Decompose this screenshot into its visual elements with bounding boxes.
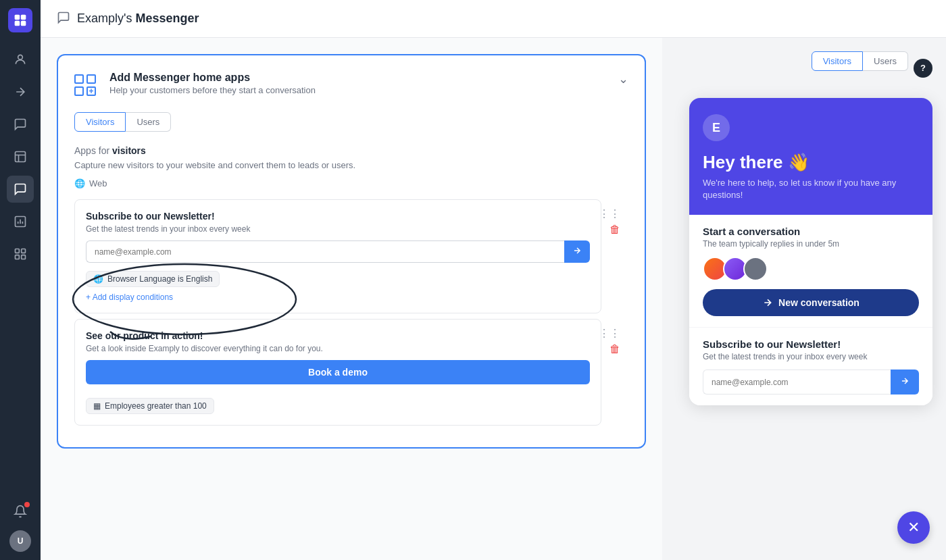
icon-square-3 [74, 86, 84, 96]
book-demo-button[interactable]: Book a demo [86, 360, 590, 384]
newsletter-submit-button[interactable] [564, 240, 590, 263]
left-panel: + Add Messenger home apps Help your cust… [41, 38, 662, 560]
svg-rect-1 [21, 15, 26, 20]
preview-subscribe-desc: Get the latest trends in your inbox ever… [703, 352, 919, 361]
svg-rect-3 [21, 21, 26, 26]
card-header: + Add Messenger home apps Help your cust… [74, 72, 628, 99]
preview-subscribe-input-row [703, 370, 919, 394]
sidebar: U [0, 0, 41, 560]
messenger-apps-card: + Add Messenger home apps Help your cust… [57, 54, 646, 449]
demo-app-wrapper: ⋮⋮ 🗑 See our product in action! Get a lo… [74, 319, 628, 426]
top-bar: Examply's Messenger [41, 0, 946, 38]
demo-app-card: See our product in action! Get a look in… [74, 319, 601, 426]
svg-rect-10 [22, 255, 26, 259]
svg-point-4 [18, 55, 23, 59]
team-avatars [703, 257, 919, 281]
card-titles: Add Messenger home apps Help your custom… [109, 72, 316, 95]
start-conversation-title: Start a conversation [703, 226, 919, 237]
icon-plus: + [86, 86, 96, 96]
card-subtitle: Help your customers before they start a … [109, 85, 316, 95]
sidebar-item-messenger[interactable] [7, 176, 34, 203]
card-title: Add Messenger home apps [109, 72, 316, 84]
start-conversation-subtitle: The team typically replies in under 5m [703, 239, 919, 249]
preview-controls: Visitors Users ? [676, 51, 932, 84]
close-messenger-button[interactable]: ✕ [897, 511, 930, 544]
logo[interactable] [8, 8, 32, 32]
newsletter-email-row [86, 240, 590, 263]
preview-subscribe-card: Subscribe to our Newsletter! Get the lat… [689, 328, 932, 405]
sidebar-item-campaigns[interactable] [7, 78, 34, 105]
preview-subscribe-title: Subscribe to our Newsletter! [703, 338, 919, 350]
add-display-conditions-button[interactable]: + Add display conditions [86, 292, 173, 302]
user-avatar[interactable]: U [9, 530, 31, 552]
start-conversation-card: Start a conversation The team typically … [689, 215, 932, 328]
main-area: Examply's Messenger [41, 0, 946, 560]
tab-visitors[interactable]: Visitors [74, 112, 126, 132]
shown-on: 🌐 Web [74, 178, 628, 188]
sidebar-item-reports[interactable] [7, 208, 34, 235]
messenger-subtext: We're here to help, so let us know if yo… [703, 177, 919, 201]
tab-users[interactable]: Users [126, 112, 171, 132]
preview-subscribe-submit[interactable] [891, 370, 919, 394]
messenger-icon [57, 11, 70, 27]
team-avatar-3 [743, 257, 768, 281]
drag-handle-demo[interactable]: ⋮⋮ [599, 327, 620, 340]
preview-tab-visitors[interactable]: Visitors [812, 51, 863, 71]
apps-for-label: Apps for visitors [74, 145, 628, 156]
globe-icon: 🌐 [74, 178, 85, 188]
icon-square-2 [86, 74, 96, 84]
delete-newsletter-button[interactable]: 🗑 [609, 224, 620, 236]
notification-dot [24, 502, 30, 507]
condition-tag-employees: ▦ Employees greater than 100 [86, 398, 214, 414]
card-header-left: + Add Messenger home apps Help your cust… [74, 72, 316, 99]
newsletter-email-input[interactable] [86, 240, 564, 263]
preview-email-input[interactable] [703, 370, 891, 394]
newsletter-title: Subscribe to our Newsletter! [86, 211, 590, 222]
add-apps-icon: + [74, 72, 101, 99]
condition-area: 🌐 Browser Language is English + Add disp… [86, 271, 590, 302]
visitor-user-tabs: Visitors Users [74, 112, 628, 132]
svg-rect-8 [22, 249, 26, 253]
demo-title: See our product in action! [86, 330, 590, 341]
svg-rect-2 [15, 21, 20, 26]
delete-demo-button[interactable]: 🗑 [609, 343, 620, 355]
demo-desc: Get a look inside Examply to discover ev… [86, 344, 590, 353]
svg-rect-0 [15, 15, 20, 20]
sidebar-item-contacts[interactable] [7, 46, 34, 73]
newsletter-app-wrapper: ⋮⋮ 🗑 Subscribe to our Newsletter! Get th… [74, 199, 628, 313]
newsletter-app-card: Subscribe to our Newsletter! Get the lat… [74, 199, 601, 313]
messenger-brand-avatar: E [703, 114, 730, 141]
messenger-greeting: Hey there 👋 [703, 152, 919, 173]
messenger-preview-header: E Hey there 👋 We're here to help, so let… [689, 98, 932, 215]
icon-square-1 [74, 74, 84, 84]
sidebar-item-apps[interactable] [7, 240, 34, 268]
svg-rect-5 [16, 152, 26, 162]
newsletter-desc: Get the latest trends in your inbox ever… [86, 224, 590, 234]
apps-description: Capture new visitors to your website and… [74, 160, 628, 170]
svg-rect-7 [16, 249, 20, 253]
svg-rect-9 [16, 255, 20, 259]
preview-tab-users[interactable]: Users [863, 51, 908, 71]
condition-tag-language: 🌐 Browser Language is English [86, 271, 220, 287]
messenger-preview-body: Start a conversation The team typically … [689, 215, 932, 405]
grid-condition-icon: ▦ [93, 401, 101, 411]
sidebar-bottom: U [7, 498, 34, 552]
messenger-preview: E Hey there 👋 We're here to help, so let… [689, 98, 932, 405]
drag-handle-newsletter[interactable]: ⋮⋮ [599, 207, 620, 220]
new-conversation-button[interactable]: New conversation [703, 289, 919, 316]
sidebar-item-chat[interactable] [7, 111, 34, 138]
preview-tabs: Visitors Users [812, 51, 908, 71]
content-layout: + Add Messenger home apps Help your cust… [41, 38, 946, 560]
help-button[interactable]: ? [914, 59, 932, 78]
sidebar-item-inbox[interactable] [7, 143, 34, 170]
globe-condition-icon: 🌐 [93, 274, 103, 284]
page-title: Examply's Messenger [77, 11, 199, 26]
sidebar-item-notifications[interactable] [7, 498, 34, 525]
right-panel: Visitors Users ? E Hey there 👋 We're her… [662, 38, 946, 560]
collapse-button[interactable]: ⌄ [618, 72, 628, 86]
